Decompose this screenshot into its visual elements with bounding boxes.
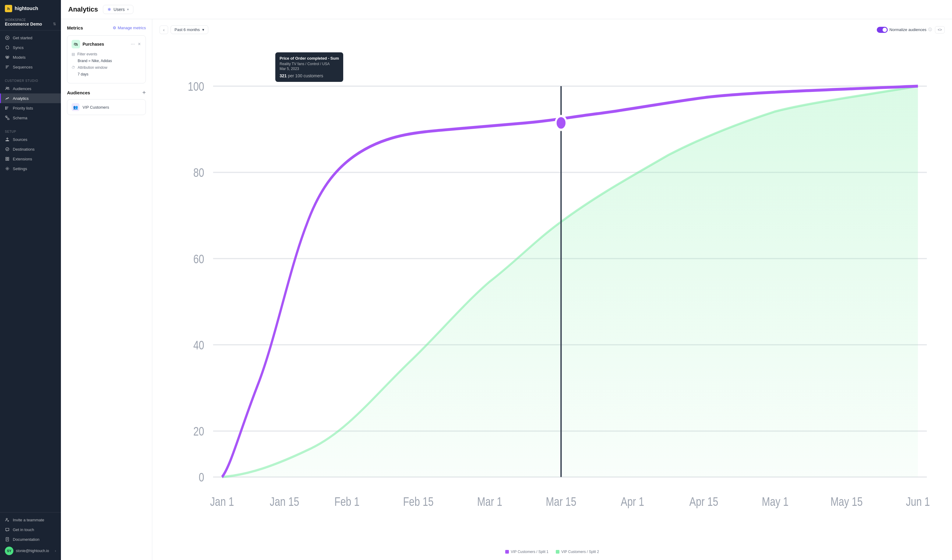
sidebar-bottom: Invite a teammate Get in touch Documenta…: [0, 512, 61, 560]
legend-label-split1: VIP Customers / Split 1: [511, 550, 549, 554]
setup-label: SETUP: [0, 128, 61, 134]
sync-icon: [5, 45, 10, 50]
model-icon: [5, 55, 10, 60]
sidebar-item-get-started[interactable]: Get started: [0, 33, 61, 43]
date-dropdown-chevron-icon: ▾: [202, 28, 204, 32]
info-icon[interactable]: ⓘ: [928, 27, 932, 32]
sidebar-item-destinations[interactable]: Destinations: [0, 144, 61, 154]
main-content: Analytics ❄ Users ▾ Metrics ⚙ Manage met…: [61, 0, 952, 560]
workspace-section: Workspace Ecommerce Demo ⇅: [0, 16, 61, 31]
users-dropdown-label: Users: [114, 7, 125, 12]
filter-label: Filter events: [77, 52, 97, 56]
metrics-title: Metrics: [67, 25, 83, 31]
svg-text:May 15: May 15: [830, 494, 863, 509]
legend-item-split1: VIP Customers / Split 1: [505, 550, 549, 554]
svg-text:Feb 1: Feb 1: [334, 494, 359, 509]
metric-name: Purchases: [82, 42, 104, 46]
sidebar-item-documentation[interactable]: Documentation: [0, 534, 61, 544]
svg-point-6: [6, 107, 6, 108]
user-profile[interactable]: SY stonie@hightouch.io ›: [0, 544, 61, 558]
sidebar-item-schema[interactable]: Schema: [0, 113, 61, 123]
svg-text:Jan 15: Jan 15: [270, 494, 299, 509]
svg-point-8: [6, 109, 6, 110]
audiences-title: Audiences: [67, 90, 90, 95]
svg-point-4: [6, 87, 7, 88]
add-audience-button[interactable]: +: [142, 89, 146, 96]
extension-icon: [5, 156, 10, 161]
audience-card[interactable]: 👥 VIP Customers: [67, 99, 146, 115]
workspace-name: Ecommerce Demo: [5, 22, 42, 26]
metrics-header: Metrics ⚙ Manage metrics: [67, 25, 146, 31]
customer-studio-nav: CUSTOMER STUDIO Audiences Analytics Prio…: [0, 74, 61, 125]
logo-area: h hightouch: [0, 0, 61, 16]
sidebar-item-label: Documentation: [13, 537, 39, 542]
metric-card: 🛍 Purchases ··· × ▤ Filter events Brand …: [67, 35, 146, 83]
sidebar-item-label: Extensions: [13, 157, 32, 161]
metric-emoji: 🛍: [71, 40, 80, 48]
analytics-icon: [5, 96, 10, 101]
source-icon: [5, 137, 10, 142]
audience-card-name: VIP Customers: [82, 105, 109, 110]
chat-icon: [5, 527, 10, 532]
svg-text:Apr 15: Apr 15: [689, 494, 719, 509]
svg-text:Jan 1: Jan 1: [210, 494, 234, 509]
metric-close-button[interactable]: ×: [138, 41, 141, 48]
sidebar-item-sources[interactable]: Sources: [0, 134, 61, 144]
clock-icon: ⏱: [71, 65, 75, 70]
attribution-value: 7 days: [78, 72, 88, 76]
sidebar-item-audiences[interactable]: Audiences: [0, 84, 61, 93]
sidebar-item-syncs[interactable]: Syncs: [0, 43, 61, 52]
sidebar-item-get-in-touch[interactable]: Get in touch: [0, 525, 61, 534]
audiences-header: Audiences +: [67, 89, 146, 96]
sidebar-item-label: Models: [13, 55, 26, 60]
filter-icon: ▤: [71, 52, 75, 56]
date-range-dropdown[interactable]: Past 6 months ▾: [170, 25, 208, 34]
sidebar-item-invite[interactable]: Invite a teammate: [0, 515, 61, 525]
avatar: SY: [5, 547, 13, 555]
sidebar-item-priority-lists[interactable]: Priority lists: [0, 103, 61, 113]
attribution-row: ⏱ Attribution window: [71, 65, 141, 70]
rocket-icon: [5, 35, 10, 40]
sidebar-item-analytics[interactable]: Analytics: [0, 93, 61, 103]
metric-more-button[interactable]: ···: [130, 41, 135, 48]
collapse-panel-button[interactable]: ‹: [159, 26, 168, 34]
svg-rect-10: [8, 119, 9, 120]
chart-panel: ‹ Past 6 months ▾ Normalize audiences ⓘ …: [152, 19, 952, 560]
date-range-label: Past 6 months: [175, 28, 200, 32]
sidebar-item-settings[interactable]: Settings: [0, 164, 61, 173]
left-panel: Metrics ⚙ Manage metrics 🛍 Purchases ···…: [61, 19, 152, 560]
gear-icon: ⚙: [113, 26, 116, 30]
code-icon: <>: [938, 28, 942, 32]
sidebar-item-label: Priority lists: [13, 106, 33, 111]
normalize-label: Normalize audiences: [890, 28, 926, 32]
customer-studio-label: CUSTOMER STUDIO: [0, 77, 61, 84]
legend-item-split2: VIP Customers / Split 2: [556, 550, 599, 554]
svg-text:40: 40: [193, 338, 204, 352]
legend-label-split2: VIP Customers / Split 2: [561, 550, 599, 554]
code-button[interactable]: <>: [935, 26, 945, 34]
sequence-icon: [5, 65, 10, 69]
sidebar-item-sequences[interactable]: Sequences: [0, 62, 61, 72]
svg-rect-3: [6, 57, 8, 59]
users-dropdown[interactable]: ❄ Users ▾: [103, 5, 134, 14]
svg-point-7: [6, 108, 6, 108]
svg-text:20: 20: [193, 424, 204, 438]
sidebar-item-label: Invite a teammate: [13, 518, 44, 522]
svg-point-5: [8, 87, 9, 89]
normalize-toggle[interactable]: [877, 27, 888, 33]
users-dropdown-chevron-icon: ▾: [127, 7, 129, 12]
svg-text:0: 0: [199, 470, 204, 484]
svg-text:Feb 15: Feb 15: [403, 494, 433, 509]
workspace-selector[interactable]: Ecommerce Demo ⇅: [5, 22, 56, 26]
svg-point-44: [556, 116, 566, 130]
svg-text:100: 100: [188, 79, 204, 93]
svg-text:Mar 15: Mar 15: [546, 494, 576, 509]
user-chevron-icon: ›: [55, 549, 56, 553]
sidebar-item-models[interactable]: Models: [0, 52, 61, 62]
manage-metrics-button[interactable]: ⚙ Manage metrics: [113, 26, 146, 30]
svg-rect-13: [6, 157, 7, 159]
filter-value-row: Brand = Nike, Adidas: [71, 59, 141, 63]
sidebar-item-label: Destinations: [13, 147, 35, 151]
sidebar-item-extensions[interactable]: Extensions: [0, 154, 61, 164]
metric-card-header: 🛍 Purchases ··· ×: [71, 40, 141, 48]
